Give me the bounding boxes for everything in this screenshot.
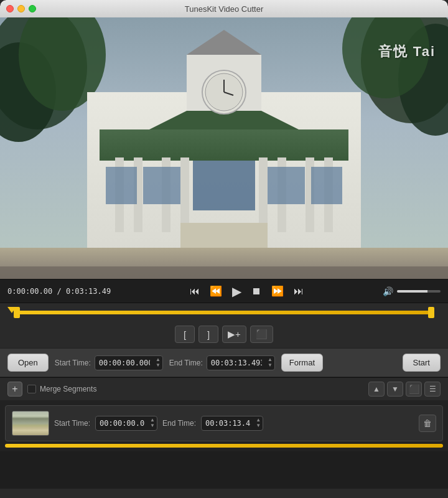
svg-rect-10 [100,129,348,161]
end-time-wrapper: ▲ ▼ [207,355,275,370]
move-up-button[interactable]: ▲ [368,382,385,397]
end-time-spinner: ▲ ▼ [266,357,274,369]
end-time-input[interactable] [207,355,275,370]
step-back-button[interactable]: ⏮ [187,284,202,298]
playback-bar: 0:00:00.00 / 0:03:13.49 ⏮ ⏪ ▶ ⏹ ⏩ ⏭ 🔊 [0,279,448,303]
timeline-playhead[interactable] [7,307,16,313]
edit-button-group: [ ] ▶+ ⬛ [7,326,441,343]
seg-start-down[interactable]: ▼ [149,423,156,429]
volume-icon: 🔊 [383,286,393,296]
mark-in-button[interactable]: [ [175,326,195,343]
start-time-label: Start Time: [55,359,91,367]
segment-thumbnail [12,411,49,436]
start-time-down[interactable]: ▼ [154,363,162,369]
start-time-input[interactable] [95,355,163,370]
main-controls-row: Open Start Time: ▲ ▼ End Time: ▲ ▼ Forma… [0,348,448,377]
playback-controls: ⏮ ⏪ ▶ ⏹ ⏩ ⏭ [111,283,383,300]
start-time-group: Start Time: ▲ ▼ [55,355,163,370]
segments-header: + Merge Segments ▲ ▼ ⬛ ☰ [0,377,448,400]
format-button[interactable]: Format [281,354,323,372]
frame-forward-button[interactable]: ⏩ [269,284,286,298]
delete-segment-button[interactable]: 🗑 [419,415,436,432]
svg-rect-27 [268,167,305,204]
bottom-area [0,451,448,489]
volume-slider[interactable] [397,290,441,293]
list-view-button[interactable]: ☰ [424,382,441,397]
stop-button[interactable]: ⏹ [249,284,264,298]
timeline-track[interactable] [7,307,441,318]
svg-rect-28 [311,167,342,204]
seg-start-input[interactable] [95,416,157,431]
start-time-spinner: ▲ ▼ [154,357,162,369]
timeline-fill [14,311,434,314]
seg-end-label: End Time: [162,419,196,428]
title-bar: TunesKit Video Cutter [0,0,448,17]
maximize-button[interactable] [29,5,36,12]
seg-end-wrapper: ▲ ▼ [201,416,263,431]
frame-back-button[interactable]: ⏪ [207,284,225,298]
traffic-lights [6,5,36,12]
seg-start-spinner: ▲ ▼ [149,418,156,429]
timeline-area [0,303,448,321]
end-time-label: End Time: [169,359,203,367]
segment-time-fields: Start Time: ▲ ▼ End Time: ▲ ▼ [54,416,414,431]
video-watermark: 音悦 Tai [378,42,436,61]
play-button[interactable]: ▶ [230,283,244,300]
segment-item: Start Time: ▲ ▼ End Time: ▲ ▼ 🗑 [5,405,443,441]
time-display: 0:00:00.00 / 0:03:13.49 [7,287,111,296]
svg-rect-24 [106,167,137,204]
seg-start-label: Start Time: [54,419,90,428]
close-button[interactable] [6,5,14,12]
volume-area: 🔊 [383,286,441,296]
timeline-handle-right[interactable] [428,307,434,318]
merge-checkbox-group[interactable]: Merge Segments [27,385,96,393]
svg-rect-19 [180,157,189,232]
segment-progress-bar [5,444,443,448]
step-forward-button[interactable]: ⏭ [291,284,306,298]
preview-button[interactable]: ⬛ [406,382,422,397]
svg-rect-26 [193,161,255,210]
minimize-button[interactable] [17,5,25,12]
svg-rect-25 [143,167,180,204]
seg-end-down[interactable]: ▼ [254,423,262,429]
start-time-wrapper: ▲ ▼ [95,355,163,370]
seg-end-spinner: ▲ ▼ [254,418,262,429]
timeline-background [14,311,434,314]
window-title: TunesKit Video Cutter [185,4,263,14]
end-time-down[interactable]: ▼ [266,363,274,369]
seg-end-input[interactable] [201,416,263,431]
open-button[interactable]: Open [7,354,49,372]
remove-segment-button[interactable]: ⬛ [250,326,273,343]
edit-controls-row: [ ] ▶+ ⬛ [0,321,448,348]
merge-checkbox-box[interactable] [27,385,36,393]
start-button[interactable]: Start [403,354,441,372]
move-down-button[interactable]: ▼ [387,382,403,397]
svg-rect-31 [0,266,448,279]
svg-rect-20 [259,157,268,232]
mark-out-button[interactable]: ] [198,326,218,343]
video-preview: 音悦 Tai [0,17,448,279]
segment-actions: ▲ ▼ ⬛ ☰ [368,382,441,397]
segment-list: Start Time: ▲ ▼ End Time: ▲ ▼ 🗑 [0,400,448,451]
end-time-group: End Time: ▲ ▼ [169,355,275,370]
seg-start-wrapper: ▲ ▼ [95,416,157,431]
add-segment-plus-button[interactable]: + [7,382,22,397]
merge-label: Merge Segments [40,385,96,393]
add-segment-button[interactable]: ▶+ [222,326,246,343]
